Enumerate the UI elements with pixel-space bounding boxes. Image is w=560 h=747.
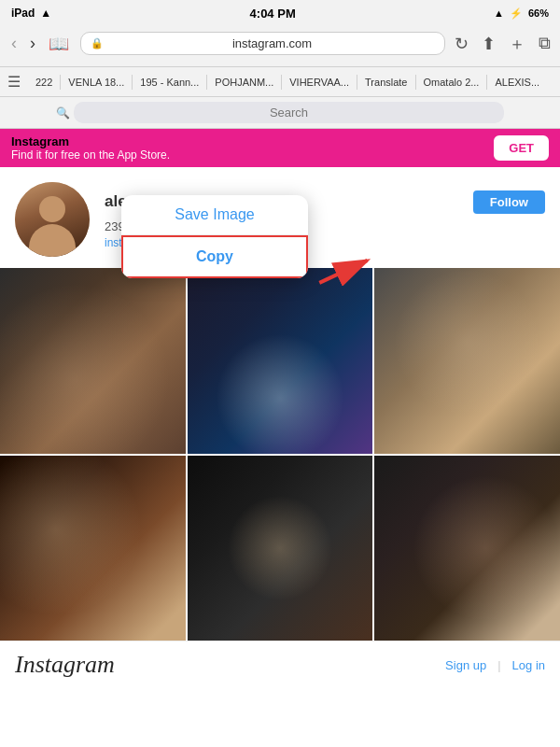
- address-bar[interactable]: 🔒 instagram.com: [80, 32, 445, 55]
- footer-logo: Instagram: [15, 651, 115, 679]
- back-button[interactable]: ‹: [9, 34, 19, 53]
- share-button[interactable]: ⬆: [482, 34, 496, 54]
- search-input[interactable]: [74, 102, 504, 123]
- profile-section: alexisren ✓ Follow 239 following instagr…: [0, 167, 560, 268]
- refresh-button[interactable]: ↻: [455, 34, 469, 54]
- photo-grid: [0, 268, 560, 641]
- page-footer: Instagram Sign up | Log in: [0, 641, 560, 688]
- tab-vihervaa[interactable]: VIHERVAA...: [282, 75, 357, 90]
- bookmark-button[interactable]: 📖: [47, 34, 71, 54]
- browser-toolbar: ‹ › 📖 🔒 instagram.com ↻ ⬆ ＋ ⧉: [0, 26, 560, 67]
- follow-button[interactable]: Follow: [473, 190, 545, 214]
- banner-subtitle: Find it for free on the App Store.: [11, 148, 170, 162]
- context-menu: Save Image Copy: [121, 195, 308, 278]
- main-content: alexisren ✓ Follow 239 following instagr…: [0, 167, 560, 641]
- banner-title: Instagram: [11, 134, 170, 148]
- tab-pohjanm[interactable]: POHJANM...: [207, 75, 282, 90]
- add-tab-button[interactable]: ＋: [509, 33, 525, 55]
- search-icon: 🔍: [56, 106, 70, 120]
- profile-avatar: [15, 182, 90, 257]
- address-text: instagram.com: [109, 36, 435, 50]
- tab-222[interactable]: 222: [28, 75, 61, 90]
- signal-icon: ▲: [494, 7, 504, 19]
- photo-cell-6[interactable]: [374, 456, 560, 641]
- footer-separator: |: [497, 658, 500, 672]
- tab-omatalo[interactable]: Omatalo 2...: [416, 75, 488, 90]
- svg-line-1: [319, 247, 367, 295]
- bluetooth-icon: ⚡: [510, 7, 523, 20]
- tab-195[interactable]: 195 - Kann...: [133, 75, 207, 90]
- photo-cell-4[interactable]: [0, 456, 186, 641]
- save-image-option[interactable]: Save Image: [121, 195, 308, 235]
- forward-button[interactable]: ›: [28, 34, 37, 53]
- hamburger-button[interactable]: ☰: [7, 73, 21, 91]
- tab-translate[interactable]: Translate: [357, 75, 415, 90]
- lock-icon: 🔒: [91, 37, 104, 49]
- device-label: iPad: [11, 7, 35, 20]
- photo-cell-3[interactable]: [374, 268, 560, 454]
- battery-label: 66%: [528, 7, 549, 19]
- tabs-row: ☰ 222 VENLA 18... 195 - Kann... POHJANM.…: [0, 67, 560, 97]
- photo-cell-1[interactable]: [0, 268, 186, 454]
- toolbar-actions: ↻ ⬆ ＋ ⧉: [455, 33, 551, 55]
- photo-cell-5[interactable]: [188, 456, 373, 641]
- status-bar: iPad ▲ 4:04 PM ▲ ⚡ 66%: [0, 0, 560, 26]
- copy-option[interactable]: Copy: [121, 235, 308, 278]
- signup-link[interactable]: Sign up: [445, 658, 486, 672]
- search-bar-row: 🔍: [0, 97, 560, 129]
- get-app-button[interactable]: GET: [494, 135, 549, 161]
- tabs-overview-button[interactable]: ⧉: [539, 34, 551, 53]
- tab-alexis[interactable]: ALEXIS...: [487, 75, 547, 90]
- tab-venla[interactable]: VENLA 18...: [61, 75, 133, 90]
- wifi-icon: ▲: [40, 7, 51, 20]
- login-link[interactable]: Log in: [512, 658, 545, 672]
- footer-links: Sign up | Log in: [445, 658, 545, 672]
- time-display: 4:04 PM: [250, 7, 296, 21]
- app-store-banner: Instagram Find it for free on the App St…: [0, 129, 560, 167]
